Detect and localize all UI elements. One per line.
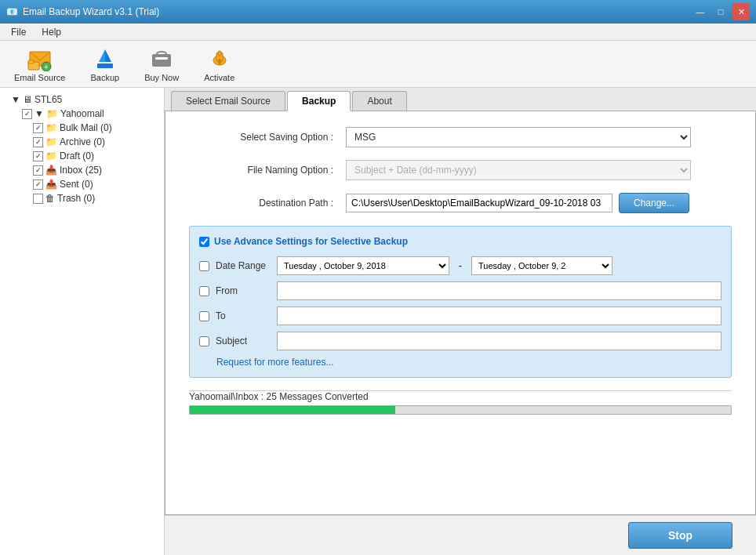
date-range-label: Date Range bbox=[216, 260, 271, 271]
tree-trash[interactable]: 🗑 Trash (0) bbox=[3, 191, 161, 205]
file-naming-control: Subject + Date (dd-mm-yyyy) bbox=[346, 160, 691, 180]
tree-archive-label: Archive (0) bbox=[60, 136, 105, 147]
svg-marker-6 bbox=[105, 49, 111, 62]
change-button[interactable]: Change... bbox=[619, 193, 689, 213]
progress-bar-container bbox=[189, 405, 732, 415]
tree-bulk-mail[interactable]: ✓ 📁 Bulk Mail (0) bbox=[3, 121, 161, 135]
to-checkbox[interactable] bbox=[199, 311, 209, 321]
advance-settings-checkbox[interactable] bbox=[199, 237, 209, 247]
saving-option-label: Select Saving Option : bbox=[189, 132, 346, 143]
close-button[interactable]: ✕ bbox=[732, 3, 750, 20]
status-message: Yahoomail\Inbox : 25 Messages Converted bbox=[189, 391, 732, 402]
to-label: To bbox=[216, 310, 271, 321]
svg-rect-2 bbox=[28, 60, 34, 63]
email-source-icon: + bbox=[27, 46, 53, 71]
file-naming-select[interactable]: Subject + Date (dd-mm-yyyy) bbox=[346, 160, 691, 180]
date-separator: - bbox=[456, 260, 465, 271]
backup-button[interactable]: Backup bbox=[84, 43, 125, 85]
tree-archive[interactable]: ✓ 📁 Archive (0) bbox=[3, 135, 161, 149]
tab-select-email-source[interactable]: Select Email Source bbox=[171, 91, 285, 111]
app-icon: 📧 bbox=[6, 6, 18, 17]
subject-input[interactable] bbox=[277, 332, 721, 350]
buy-now-label: Buy Now bbox=[144, 73, 179, 82]
date-from-select[interactable]: Tuesday , October 9, 2018 bbox=[277, 256, 449, 275]
right-panel: Select Email Source Backup About Select … bbox=[165, 88, 756, 555]
trash-checkbox[interactable] bbox=[33, 194, 43, 204]
subject-checkbox[interactable] bbox=[199, 336, 209, 346]
trash-folder-icon: 🗑 bbox=[45, 193, 55, 204]
tab-about[interactable]: About bbox=[352, 91, 406, 111]
tree-inbox[interactable]: ✓ 📥 Inbox (25) bbox=[3, 163, 161, 177]
maximize-button[interactable]: □ bbox=[712, 3, 729, 20]
subject-row: Subject bbox=[199, 332, 721, 350]
date-range-checkbox[interactable] bbox=[199, 261, 209, 271]
buy-now-button[interactable]: Buy Now bbox=[138, 43, 185, 85]
archive-folder-icon: 📁 bbox=[45, 136, 57, 147]
tree-draft[interactable]: ✓ 📁 Draft (0) bbox=[3, 149, 161, 163]
svg-rect-8 bbox=[152, 54, 171, 67]
bulk-mail-checkbox[interactable]: ✓ bbox=[33, 123, 43, 133]
window-controls: — □ ✕ bbox=[692, 3, 750, 20]
archive-checkbox[interactable]: ✓ bbox=[33, 137, 43, 147]
title-bar: 📧 Email Backup Wizard v3.1 (Trial) — □ ✕ bbox=[0, 0, 756, 24]
left-panel: ▼ 🖥 STL65 ✓ ▼ 📁 Yahoomail ✓ 📁 Bulk Mail … bbox=[0, 88, 165, 555]
tree-sent[interactable]: ✓ 📤 Sent (0) bbox=[3, 177, 161, 191]
minimize-button[interactable]: — bbox=[692, 3, 709, 20]
subject-label: Subject bbox=[216, 336, 271, 346]
yahoo-folder-icon: 📁 bbox=[46, 108, 58, 119]
from-row: From bbox=[199, 281, 721, 300]
backup-label: Backup bbox=[90, 73, 119, 82]
buy-now-icon bbox=[149, 46, 174, 71]
stop-button[interactable]: Stop bbox=[628, 522, 732, 549]
window-title: Email Backup Wizard v3.1 (Trial) bbox=[23, 6, 159, 17]
from-label: From bbox=[216, 285, 271, 296]
backup-icon bbox=[93, 46, 118, 71]
menu-file[interactable]: File bbox=[3, 25, 34, 39]
svg-rect-12 bbox=[218, 51, 221, 56]
draft-folder-icon: 📁 bbox=[45, 151, 57, 161]
file-naming-row: File Naming Option : Subject + Date (dd-… bbox=[189, 160, 732, 180]
tree-yahoomail[interactable]: ✓ ▼ 📁 Yahoomail bbox=[3, 107, 161, 121]
tree-bulk-mail-label: Bulk Mail (0) bbox=[60, 122, 112, 133]
tree-yahoomail-label: Yahoomail bbox=[60, 108, 104, 119]
toolbar: + Email Source Backup Buy Now bbox=[0, 41, 756, 88]
sent-checkbox[interactable]: ✓ bbox=[33, 180, 43, 190]
tree-root[interactable]: ▼ 🖥 STL65 bbox=[3, 92, 161, 107]
saving-option-select[interactable]: MSG EML PDF PST bbox=[346, 127, 691, 147]
activate-label: Activate bbox=[204, 73, 234, 82]
request-link-container: Request for more features... bbox=[199, 357, 721, 368]
email-source-button[interactable]: + Email Source bbox=[8, 43, 71, 85]
date-range-row: Date Range Tuesday , October 9, 2018 - T… bbox=[199, 256, 721, 275]
status-area: Yahoomail\Inbox : 25 Messages Converted bbox=[189, 390, 732, 415]
draft-checkbox[interactable]: ✓ bbox=[33, 151, 43, 161]
from-checkbox[interactable] bbox=[199, 286, 209, 296]
destination-path-row: Destination Path : Change... bbox=[189, 193, 732, 213]
advance-settings-section: Use Advance Settings for Selective Backu… bbox=[189, 226, 732, 378]
saving-option-control: MSG EML PDF PST bbox=[346, 127, 691, 147]
content-area: Select Saving Option : MSG EML PDF PST F… bbox=[165, 111, 756, 515]
request-link[interactable]: Request for more features... bbox=[216, 357, 333, 368]
activate-button[interactable]: Activate bbox=[198, 43, 241, 85]
computer-icon: 🖥 bbox=[23, 94, 32, 105]
svg-point-13 bbox=[218, 59, 221, 62]
date-to-select[interactable]: Tuesday , October 9, 2 bbox=[471, 256, 612, 275]
tree-expand-icon-yahoo: ▼ bbox=[35, 108, 44, 119]
progress-bar-fill bbox=[190, 406, 395, 414]
tree-root-label: STL65 bbox=[35, 94, 62, 105]
to-input[interactable] bbox=[277, 307, 721, 325]
menu-bar: File Help bbox=[0, 24, 756, 41]
svg-rect-9 bbox=[155, 57, 168, 60]
yahoomail-checkbox[interactable]: ✓ bbox=[22, 109, 32, 119]
advance-header-label: Use Advance Settings for Selective Backu… bbox=[214, 236, 408, 247]
from-input[interactable] bbox=[277, 281, 721, 300]
menu-help[interactable]: Help bbox=[34, 25, 69, 39]
inbox-folder-icon: 📥 bbox=[45, 165, 57, 176]
email-source-label: Email Source bbox=[14, 73, 65, 82]
main-container: ▼ 🖥 STL65 ✓ ▼ 📁 Yahoomail ✓ 📁 Bulk Mail … bbox=[0, 88, 756, 555]
bottom-bar: Stop bbox=[165, 515, 756, 555]
tab-backup[interactable]: Backup bbox=[287, 91, 351, 111]
svg-text:+: + bbox=[44, 63, 49, 71]
destination-path-input[interactable] bbox=[346, 194, 612, 212]
advance-header: Use Advance Settings for Selective Backu… bbox=[199, 236, 721, 247]
inbox-checkbox[interactable]: ✓ bbox=[33, 165, 43, 176]
